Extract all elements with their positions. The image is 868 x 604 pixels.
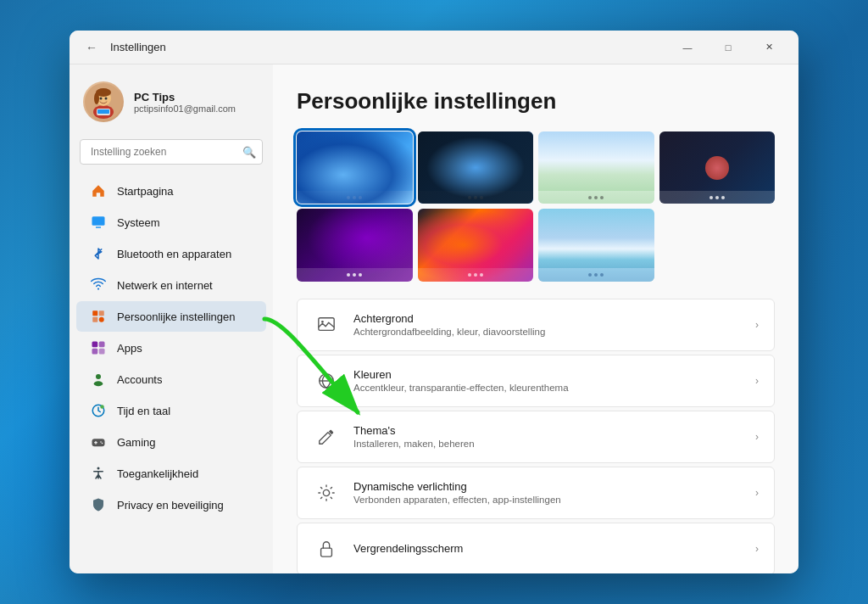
sidebar-item-tijd[interactable]: Tijd en taal (76, 395, 266, 426)
svg-rect-19 (99, 349, 105, 355)
kleuren-icon (313, 367, 340, 394)
vergrendeling-text: Vergrendelingsscherm (353, 542, 742, 555)
settings-item-achtergrond[interactable]: Achtergrond Achtergrondafbeelding, kleur… (297, 299, 775, 351)
achtergrond-icon (313, 311, 340, 338)
wallpaper-1[interactable] (297, 131, 413, 204)
settings-item-vergrendelingsscherm[interactable]: Vergrendelingsscherm › (297, 523, 775, 573)
svg-point-4 (94, 92, 99, 104)
avatar (83, 81, 124, 122)
svg-rect-24 (92, 439, 105, 446)
main-panel: Persoonlijke instellingen (273, 64, 798, 573)
sidebar-item-privacy[interactable]: Privacy en beveiliging (76, 489, 266, 520)
sidebar-item-systeem[interactable]: Systeem (76, 207, 266, 238)
main-content: PC Tips pctipsinfo01@gmail.com 🔍 Star (70, 64, 798, 573)
svg-point-11 (97, 288, 99, 289)
svg-point-26 (102, 443, 103, 445)
achtergrond-arrow: › (755, 319, 759, 331)
wallpaper-5[interactable] (297, 209, 413, 281)
dynamische-text: Dynamische verlichting Verbonden apparat… (353, 480, 742, 505)
user-name: PC Tips (134, 91, 236, 103)
sidebar-label-netwerk: Netwerk en internet (117, 279, 213, 292)
search-input[interactable] (80, 139, 263, 165)
gaming-icon (90, 433, 107, 450)
svg-rect-18 (92, 349, 98, 355)
search-icon: 🔍 (242, 146, 256, 159)
kleuren-title: Kleuren (353, 368, 742, 381)
user-info: PC Tips pctipsinfo01@gmail.com (134, 91, 236, 114)
svg-point-29 (321, 321, 324, 323)
themas-arrow: › (755, 431, 759, 443)
sidebar-label-privacy: Privacy en beveiliging (117, 499, 224, 512)
privacy-icon (90, 496, 107, 513)
sidebar-item-apps[interactable]: Apps (76, 333, 266, 363)
settings-list: Achtergrond Achtergrondafbeelding, kleur… (297, 299, 775, 573)
user-email: pctipsinfo01@gmail.com (134, 103, 236, 114)
back-button[interactable]: ← (80, 36, 103, 59)
settings-item-kleuren[interactable]: Kleuren Accentkleur, transparantie-effec… (297, 355, 775, 407)
sidebar-item-personalization[interactable]: Persoonlijke instellingen (76, 301, 266, 332)
wallpaper-4[interactable] (659, 131, 776, 204)
user-profile[interactable]: PC Tips pctipsinfo01@gmail.com (70, 71, 273, 136)
sidebar: PC Tips pctipsinfo01@gmail.com 🔍 Star (70, 64, 273, 573)
wallpaper-grid (297, 131, 775, 282)
svg-rect-14 (92, 317, 97, 322)
svg-point-6 (105, 98, 108, 100)
themas-title: Thema's (353, 424, 742, 437)
svg-point-20 (96, 374, 101, 379)
dynamische-title: Dynamische verlichting (353, 480, 742, 493)
achtergrond-subtitle: Achtergrondafbeelding, kleur, diavoorste… (353, 327, 742, 337)
kleuren-arrow: › (755, 375, 759, 387)
achtergrond-title: Achtergrond (353, 312, 742, 325)
svg-rect-16 (92, 342, 98, 348)
svg-point-23 (100, 405, 104, 409)
personalization-icon (90, 308, 107, 325)
wallpaper-2[interactable] (418, 131, 534, 204)
bluetooth-icon (90, 245, 107, 262)
achtergrond-text: Achtergrond Achtergrondafbeelding, kleur… (353, 312, 742, 337)
home-icon (90, 182, 107, 199)
svg-point-5 (100, 98, 103, 100)
svg-rect-9 (92, 216, 105, 226)
wallpaper-6[interactable] (418, 209, 534, 281)
svg-point-27 (97, 467, 100, 470)
close-button[interactable]: ✕ (749, 34, 788, 61)
settings-item-themas[interactable]: Thema's Installeren, maken, beheren › (297, 411, 775, 463)
sidebar-label-systeem: Systeem (117, 216, 160, 229)
nav-menu: Startpagina Systeem (70, 175, 273, 521)
wallpaper-3[interactable] (538, 131, 654, 204)
svg-point-31 (323, 489, 329, 495)
dynamische-arrow: › (755, 487, 759, 499)
svg-rect-32 (321, 548, 332, 556)
titlebar: ← Instellingen — □ ✕ (70, 31, 798, 64)
sidebar-item-netwerk[interactable]: Netwerk en internet (76, 270, 266, 300)
dynamische-icon (313, 479, 340, 506)
svg-rect-13 (99, 310, 104, 316)
sidebar-label-startpagina: Startpagina (117, 185, 174, 198)
themas-subtitle: Installeren, maken, beheren (353, 439, 742, 449)
svg-rect-10 (96, 226, 101, 228)
themas-text: Thema's Installeren, maken, beheren (353, 424, 742, 449)
sidebar-label-tijd: Tijd en taal (117, 405, 170, 417)
svg-rect-8 (97, 109, 109, 114)
system-icon (90, 214, 107, 231)
accessibility-icon (90, 465, 107, 482)
settings-item-dynamische-verlichting[interactable]: Dynamische verlichting Verbonden apparat… (297, 467, 775, 519)
sidebar-item-toegankelijkheid[interactable]: Toegankelijkheid (76, 458, 266, 489)
page-title: Persoonlijke instellingen (297, 88, 775, 115)
sidebar-item-accounts[interactable]: Accounts (76, 364, 266, 394)
network-icon (90, 277, 107, 294)
sidebar-item-startpagina[interactable]: Startpagina (76, 176, 266, 206)
vergrendeling-icon (313, 535, 340, 562)
svg-point-15 (99, 317, 104, 322)
sidebar-label-bluetooth: Bluetooth en apparaten (117, 248, 231, 260)
apps-icon (90, 339, 107, 356)
sidebar-label-accounts: Accounts (117, 373, 162, 386)
maximize-button[interactable]: □ (709, 34, 748, 61)
svg-rect-12 (92, 310, 97, 316)
dynamische-subtitle: Verbonden apparaten, effecten, app-inste… (353, 495, 742, 505)
accounts-icon (90, 371, 107, 388)
minimize-button[interactable]: — (668, 34, 707, 61)
sidebar-item-bluetooth[interactable]: Bluetooth en apparaten (76, 238, 266, 269)
sidebar-item-gaming[interactable]: Gaming (76, 427, 266, 457)
wallpaper-7[interactable] (538, 209, 654, 281)
